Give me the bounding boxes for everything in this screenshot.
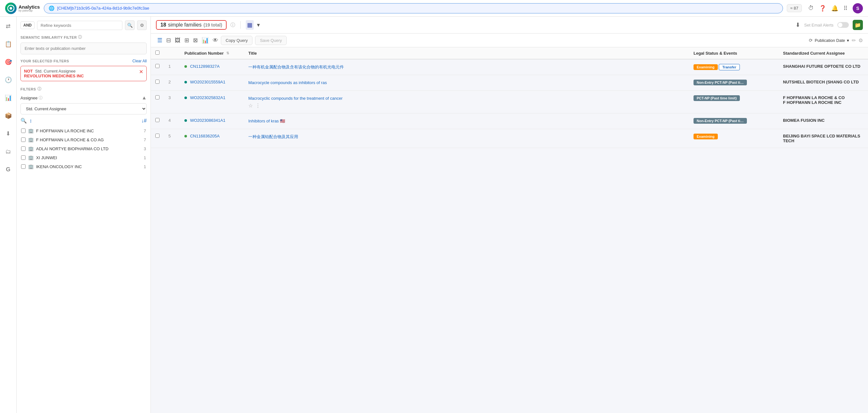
help-icon[interactable]: ❓ [819, 5, 826, 12]
eye-icon[interactable]: 👁 [213, 37, 218, 44]
filters-info-icon[interactable]: ⓘ [37, 86, 41, 92]
assignee-building-icon: 🏢 [28, 146, 34, 151]
filter-close-button[interactable]: ✕ [139, 69, 143, 75]
bar-chart-icon[interactable]: ▦ [246, 20, 254, 30]
clear-all-button[interactable]: Clear All [132, 59, 147, 63]
status-badge: Examining [693, 64, 718, 70]
copy-query-button[interactable]: Copy Query [221, 36, 252, 45]
semantic-input[interactable] [21, 42, 147, 54]
assignee-checkbox[interactable] [21, 146, 26, 151]
star-icon[interactable]: ☆ [248, 102, 253, 109]
timer-icon[interactable]: ⏱ [808, 5, 814, 11]
url-bar[interactable]: 🌐 [CHEM]b71b3c95-0a7a-424a-8d1d-9b9c7e0f… [44, 3, 783, 13]
icon-sidebar: ⇄ 📋 🎯 🕐 📊 📦 ⬇ 🗂 G [0, 17, 17, 413]
assignee-section: Assignee ⓘ ▲ Std. Current Assignee 🔍 ↕ ↓… [21, 95, 147, 170]
list-detail-icon[interactable]: ⊟ [165, 35, 172, 45]
families-info-icon[interactable]: ⓘ [230, 22, 235, 28]
list-view-icon[interactable]: ☰ [156, 35, 164, 45]
table-row: 2 WO2023015559A1 Macrocycle compounds as… [151, 75, 868, 91]
chart-view-icon[interactable]: 📊 [200, 35, 210, 45]
pubnum-sort-icon: ⇅ [226, 51, 229, 55]
assignee-sort-num-icon[interactable]: ↓# [141, 118, 147, 124]
pub-number-cell: WO2023015559A1 [180, 75, 244, 91]
bell-icon[interactable]: 🔔 [831, 5, 838, 12]
pub-dot [184, 96, 187, 99]
assignee-checkbox[interactable] [21, 164, 26, 169]
save-query-button[interactable]: Save Query [255, 36, 287, 45]
sidebar-nav-clock[interactable]: 🕐 [3, 74, 14, 86]
settings-icon[interactable]: ⚙ [859, 37, 863, 43]
filter-tag-content: NOT Std. Current Assignee REVOLUTION MED… [24, 69, 84, 78]
logo-text: Analytics by patsnap [19, 4, 40, 12]
sidebar-nav-g[interactable]: G [3, 164, 14, 175]
title-cell: Inhibitors of kras 🇺🇸 [244, 114, 689, 129]
filter-button[interactable]: ⚙ [137, 21, 147, 30]
assignee-item: 🏢 F HOFFMANN LA ROCHE & CO AG 7 [21, 136, 147, 144]
semantic-info-icon[interactable]: ⓘ [78, 34, 82, 40]
assignee-search-icon[interactable]: 🔍 [21, 118, 27, 124]
navbar-icons: ⏱ ❓ 🔔 ⠿ S [808, 3, 863, 13]
col-header-pubnum[interactable]: Publication Number ⇅ [180, 47, 244, 59]
assignee-dropdown[interactable]: Std. Current Assignee [21, 103, 147, 114]
sidebar-nav-arrows[interactable]: ⇄ [3, 21, 14, 32]
sidebar-nav-chart[interactable]: 📊 [3, 92, 14, 104]
row-checkbox-cell [151, 75, 164, 91]
sidebar-nav-target[interactable]: 🎯 [3, 56, 14, 68]
row-checkbox[interactable] [155, 95, 159, 99]
row-checkbox[interactable] [155, 118, 159, 122]
approx-count: ≈ 87 [787, 4, 802, 12]
sidebar-nav-stack[interactable]: 🗂 [3, 146, 14, 157]
more-icon[interactable]: ⋮ [255, 102, 260, 109]
url-text: [CHEM]b71b3c95-0a7a-424a-8d1d-9b9c7e0fc3… [57, 6, 778, 10]
row-num: 3 [164, 90, 180, 114]
download-icon[interactable]: ⬇ [796, 22, 800, 28]
pubnum-sort[interactable]: Publication Number ⇅ [184, 51, 239, 56]
toggle-knob [838, 23, 842, 27]
avatar[interactable]: S [852, 3, 863, 13]
table-row: 5 CN116836205A 一种金属铂配合物及其应用 Examining BE… [151, 129, 868, 148]
assignee-cell: BEIJING BAYI SPACE LCD MATERIALS TECH [778, 129, 868, 148]
row-checkbox[interactable] [155, 64, 159, 68]
row-checkbox[interactable] [155, 134, 159, 138]
sidebar-nav-download[interactable]: ⬇ [3, 128, 14, 139]
pub-dot [184, 119, 187, 122]
pub-number-link[interactable]: WO2023015559A1 [190, 80, 226, 84]
sidebar-nav-box[interactable]: 📦 [3, 110, 14, 121]
assignee-count: 1 [144, 164, 146, 169]
select-all-checkbox[interactable] [155, 51, 159, 55]
selected-filters-header: YOUR SELECTED FILTERS Clear All [21, 59, 147, 63]
grid-icon[interactable]: ⠿ [843, 5, 847, 12]
split-view-icon[interactable]: ⊠ [192, 35, 199, 45]
assignee-checkbox[interactable] [21, 128, 26, 133]
divider [240, 21, 241, 29]
assignee-name: F HOFFMANN LA ROCHE & CO AG [36, 138, 141, 142]
pub-number-link[interactable]: CN112898327A [190, 64, 220, 69]
pub-date-button[interactable]: ⟳ Publication Date ▾ [809, 38, 849, 43]
pub-number-link[interactable]: WO2023025832A1 [190, 95, 226, 100]
families-num: 18 [160, 22, 166, 28]
row-checkbox[interactable] [155, 80, 159, 84]
assignee-sort-az-icon[interactable]: ↕ [29, 118, 32, 124]
edit-icon[interactable]: ✏ [852, 37, 856, 43]
assignee-info-icon[interactable]: ⓘ [39, 95, 42, 101]
assignee-text: F HOFFMANN LA ROCHE & COF HOFFMANN LA RO… [783, 95, 864, 105]
pub-number-link[interactable]: WO2023086341A1 [190, 118, 226, 123]
assignee-checkbox[interactable] [21, 138, 26, 142]
refine-input[interactable] [37, 21, 122, 30]
email-alert-label: Set Email Alerts [804, 23, 834, 28]
save-button[interactable]: 📁 [852, 20, 863, 30]
pub-date-icon: ⟳ [809, 38, 813, 43]
assignee-cell: BIOMEA FUSION INC [778, 114, 868, 129]
pub-number-link[interactable]: CN116836205A [190, 134, 220, 139]
assignee-line: SHANGHAI FUTURE OPTOETE CO LTD [783, 64, 864, 69]
refine-search-button[interactable]: 🔍 [125, 21, 134, 30]
assignee-checkbox[interactable] [21, 155, 26, 160]
email-alert-toggle[interactable] [837, 22, 849, 28]
chart-dropdown-icon[interactable]: ▾ [256, 20, 261, 30]
grid-view-icon[interactable]: ⊞ [183, 35, 190, 45]
assignee-collapse-button[interactable]: ▲ [142, 95, 147, 101]
sidebar-nav-doc[interactable]: 📋 [3, 38, 14, 50]
app-name: Analytics [19, 4, 40, 9]
card-view-icon[interactable]: 🖼 [174, 36, 182, 45]
logo[interactable]: Analytics by patsnap [5, 3, 40, 14]
